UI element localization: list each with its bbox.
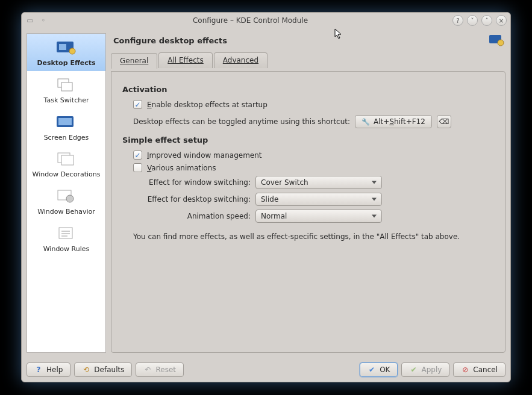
window-decorations-icon xyxy=(54,150,78,168)
apply-button[interactable]: ✔Apply xyxy=(401,362,449,377)
improved-window-mgmt-checkbox[interactable] xyxy=(133,151,142,160)
page-title: Configure desktop effects xyxy=(113,36,489,45)
desktop-switching-combo[interactable]: Slide xyxy=(255,193,382,206)
close-button[interactable]: × xyxy=(496,15,507,26)
svg-point-2 xyxy=(69,48,75,54)
enable-at-startup-checkbox[interactable] xyxy=(133,100,142,109)
svg-rect-8 xyxy=(61,155,74,165)
animation-speed-label: Animation speed: xyxy=(133,212,251,220)
more-effects-note: You can find more effects, as well as ef… xyxy=(133,232,494,241)
screen-edges-icon xyxy=(54,113,78,131)
shortcut-button[interactable]: 🔧 Alt+Shift+F12 xyxy=(355,115,432,128)
sidebar-label: Desktop Effects xyxy=(37,59,95,67)
help-icon: ? xyxy=(34,365,43,374)
sidebar-label: Window Behavior xyxy=(37,208,95,216)
defaults-icon: ⟲ xyxy=(82,365,90,374)
sidebar-item-window-rules[interactable]: Window Rules xyxy=(27,220,105,257)
main-panel: Configure desktop effects General All Ef… xyxy=(111,33,505,353)
sidebar-item-desktop-effects[interactable]: Desktop Effects xyxy=(27,34,105,71)
window-title: Configure – KDE Control Module xyxy=(193,16,308,25)
ok-button[interactable]: ✔OK xyxy=(360,362,398,377)
reset-icon: ↶ xyxy=(143,365,152,374)
window-behavior-icon xyxy=(54,187,78,205)
tab-general[interactable]: General xyxy=(111,53,157,69)
pin-icon[interactable]: ◦ xyxy=(39,16,48,25)
sidebar-label: Screen Edges xyxy=(44,134,89,142)
ok-icon: ✔ xyxy=(368,365,376,374)
svg-rect-6 xyxy=(58,118,72,125)
sidebar-item-task-switcher[interactable]: Task Switcher xyxy=(27,71,105,108)
various-animations-checkbox[interactable] xyxy=(133,163,142,172)
minimize-button[interactable]: ˅ xyxy=(467,15,478,26)
cancel-button[interactable]: ⊘Cancel xyxy=(453,362,505,377)
svg-rect-4 xyxy=(61,82,72,91)
tab-advanced[interactable]: Advanced xyxy=(214,52,268,68)
cancel-icon: ⊘ xyxy=(461,365,469,374)
various-animations-label[interactable]: Various animations xyxy=(147,164,216,172)
animation-speed-combo[interactable]: Normal xyxy=(255,210,382,223)
improved-window-mgmt-label[interactable]: Improved window management xyxy=(147,151,262,160)
window: ▭ ◦ Configure – KDE Control Module ? ˅ ˄… xyxy=(21,12,511,382)
clear-shortcut-button[interactable]: ⌫ xyxy=(437,115,451,128)
apply-icon: ✔ xyxy=(409,365,418,374)
sidebar-item-window-behavior[interactable]: Window Behavior xyxy=(27,182,105,220)
svg-point-16 xyxy=(498,40,504,46)
defaults-button[interactable]: ⟲Defaults xyxy=(74,362,132,377)
svg-rect-11 xyxy=(59,228,72,238)
tabbar: General All Effects Advanced xyxy=(111,52,505,68)
desktop-effects-header-icon xyxy=(489,34,504,46)
desktop-switching-label: Effect for desktop switching: xyxy=(133,195,251,204)
general-panel: Activation Enable desktop effects at sta… xyxy=(111,71,505,353)
enable-at-startup-label[interactable]: Enable desktop effects at startup xyxy=(147,101,268,109)
tab-all-effects[interactable]: All Effects xyxy=(158,52,212,68)
sidebar-item-screen-edges[interactable]: Screen Edges xyxy=(27,108,105,146)
simple-heading: Simple effect setup xyxy=(122,135,494,145)
shortcut-hint: Desktop effects can be toggled anytime u… xyxy=(133,117,350,126)
sidebar-label: Task Switcher xyxy=(44,96,89,104)
wrench-icon: 🔧 xyxy=(361,118,370,126)
app-menu-icon[interactable]: ▭ xyxy=(25,16,35,25)
svg-point-10 xyxy=(66,195,74,202)
reset-button[interactable]: ↶Reset xyxy=(136,362,184,377)
help-titlebar-button[interactable]: ? xyxy=(452,15,463,26)
svg-rect-1 xyxy=(59,44,66,50)
sidebar: Desktop Effects Task Switcher Screen Edg… xyxy=(27,33,106,353)
activation-heading: Activation xyxy=(122,85,494,94)
dialog-footer: ?Help ⟲Defaults ↶Reset ✔OK ✔Apply ⊘Cance… xyxy=(22,358,510,382)
desktop-effects-icon xyxy=(54,39,78,57)
sidebar-label: Window Rules xyxy=(43,245,90,253)
shortcut-text: Alt+Shift+F12 xyxy=(374,117,425,126)
task-switcher-icon xyxy=(54,76,78,94)
window-switching-label: Effect for window switching: xyxy=(133,178,251,187)
help-button[interactable]: ?Help xyxy=(27,362,70,377)
window-rules-icon xyxy=(54,225,78,243)
titlebar: ▭ ◦ Configure – KDE Control Module ? ˅ ˄… xyxy=(22,13,510,28)
sidebar-item-window-decorations[interactable]: Window Decorations xyxy=(27,145,105,182)
maximize-button[interactable]: ˄ xyxy=(481,15,492,26)
window-switching-combo[interactable]: Cover Switch xyxy=(255,176,382,189)
sidebar-label: Window Decorations xyxy=(33,170,101,178)
